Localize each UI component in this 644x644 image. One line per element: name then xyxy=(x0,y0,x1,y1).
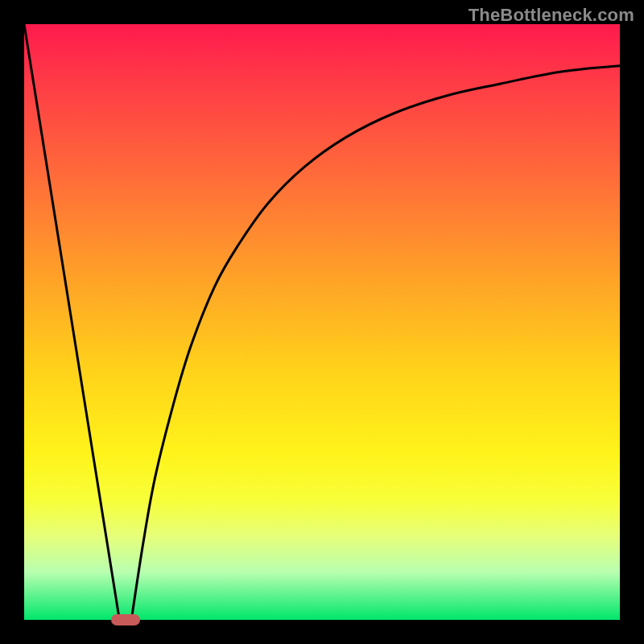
curve-svg xyxy=(24,24,620,620)
series-left-line xyxy=(24,24,119,620)
series-right-curve xyxy=(131,66,620,620)
minimum-marker xyxy=(111,614,140,625)
plot-area xyxy=(24,24,620,620)
chart-frame: TheBottleneck.com xyxy=(0,0,644,644)
watermark-text: TheBottleneck.com xyxy=(469,5,634,26)
